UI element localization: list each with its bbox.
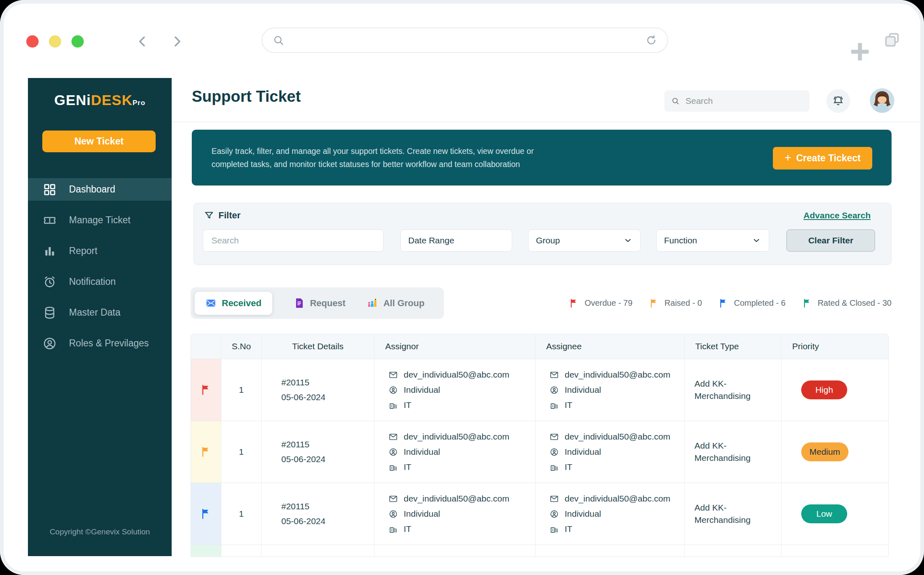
chevron-down-icon: [623, 236, 633, 245]
tab-received[interactable]: Received: [195, 292, 272, 315]
person-text: Individual: [565, 385, 601, 395]
traffic-light-minimize[interactable]: [49, 35, 61, 48]
email-text: dev_individual50@abc.com: [565, 494, 670, 504]
priority-cell: Medium: [781, 421, 889, 483]
ticket-date: 05-06-2024: [281, 392, 374, 402]
ticket-id: #20115: [281, 502, 374, 511]
email-text: dev_individual50@abc.com: [404, 432, 509, 442]
flag-icon: [200, 446, 212, 458]
header-search-input[interactable]: [685, 96, 803, 106]
contact-line: dev_individual50@abc.com: [549, 494, 684, 504]
sidebar-item-roles-previlages[interactable]: Roles & Previlages: [28, 332, 172, 355]
header-search[interactable]: [664, 90, 809, 112]
back-icon[interactable]: [135, 34, 150, 49]
flag-icon: [200, 508, 212, 520]
group-dropdown[interactable]: Group: [528, 229, 641, 252]
email-icon: [549, 370, 559, 380]
table-row[interactable]: 1 #20115 05-06-2024 dev_individual50@abc…: [191, 359, 888, 421]
status-flag-item: Completed - 6: [718, 298, 786, 309]
ticket-type: Add KK-Merchandising: [694, 502, 758, 527]
priority-badge: Medium: [801, 442, 848, 461]
priority-cell: [781, 545, 889, 557]
person-icon: [549, 447, 559, 457]
person-icon: [549, 509, 559, 519]
sidebar-item-label: Roles & Previlages: [69, 338, 149, 349]
advance-search-link[interactable]: Advance Search: [804, 211, 871, 220]
flag-icon: [718, 298, 729, 309]
email-icon: [388, 494, 398, 504]
contact-line: dev_individual50@abc.com: [388, 370, 535, 380]
contact-line: Individual: [549, 385, 684, 395]
status-flag-label: Completed - 6: [734, 298, 786, 308]
tab-request[interactable]: Request: [294, 298, 346, 309]
building-icon: [388, 525, 398, 534]
create-ticket-button[interactable]: + Create Tickect: [773, 147, 872, 170]
logo-i: i: [87, 92, 91, 108]
intro-banner: Easily track, filter, and manage all you…: [192, 130, 892, 186]
sidebar-item-master-data[interactable]: Master Data: [28, 301, 172, 324]
person-text: Individual: [404, 385, 440, 395]
table-body: 1 #20115 05-06-2024 dev_individual50@abc…: [191, 359, 888, 557]
sidebar-item-report[interactable]: Report: [28, 240, 172, 262]
priority-cell: Low: [781, 483, 889, 545]
tab-overview-icon[interactable]: [883, 31, 901, 49]
email-icon: [549, 432, 559, 442]
sidebar-item-notification[interactable]: Notification: [28, 270, 172, 293]
col-ticket-details: Ticket Details: [262, 334, 375, 359]
function-dropdown[interactable]: Function: [656, 229, 769, 252]
filter-search-input[interactable]: [211, 235, 376, 246]
col-sno: S.No: [221, 334, 262, 359]
tab-all-group[interactable]: All Group: [367, 298, 424, 309]
dept-text: IT: [404, 400, 411, 410]
col-assignee: Assignee: [536, 334, 685, 359]
contact-line: Individual: [549, 447, 684, 457]
priority-cell: High: [781, 359, 889, 421]
sidebar-item-manage-ticket[interactable]: Manage Ticket: [28, 209, 172, 231]
person-text: Individual: [565, 447, 601, 457]
person-icon: [388, 447, 398, 457]
clear-filter-button[interactable]: Clear Filter: [786, 229, 875, 252]
filter-search-field[interactable]: [203, 229, 384, 252]
sidebar-item-label: Report: [69, 245, 97, 257]
person-icon: [388, 509, 398, 519]
table-row[interactable]: 1 #20115 05-06-2024 dev_individual50@abc…: [191, 483, 888, 545]
assignor-cell: dev_individual50@abc.comIndividualIT: [375, 359, 536, 421]
traffic-light-close[interactable]: [26, 35, 39, 48]
email-icon: [388, 432, 398, 442]
search-icon: [671, 96, 680, 106]
table-row[interactable]: [191, 545, 888, 557]
assignee-cell: [536, 545, 685, 557]
assignee-cell: dev_individual50@abc.comIndividualIT: [536, 421, 685, 483]
contact-line: Individual: [388, 509, 535, 519]
new-ticket-button[interactable]: New Ticket: [42, 131, 156, 152]
date-range-field[interactable]: Date Range: [400, 229, 512, 252]
contact-line: IT: [549, 462, 684, 472]
forward-icon[interactable]: [169, 34, 185, 49]
notification-bell-button[interactable]: [826, 89, 850, 113]
flag-icon: [200, 384, 212, 396]
tab-label: Request: [310, 298, 346, 309]
contact-line: IT: [549, 524, 684, 534]
tab-label: All Group: [383, 298, 424, 309]
contact-line: dev_individual50@abc.com: [549, 432, 684, 442]
contact-line: Individual: [388, 447, 535, 457]
row-sno: 1: [239, 509, 244, 519]
browser-window: GENiDESKPro New Ticket Dashboard Manage …: [0, 0, 924, 575]
refresh-icon[interactable]: [645, 34, 657, 46]
sidebar-item-dashboard[interactable]: Dashboard: [28, 178, 172, 201]
assignee-cell: dev_individual50@abc.comIndividualIT: [536, 359, 685, 421]
traffic-light-maximize[interactable]: [71, 35, 84, 48]
col-ticket-type: Ticket Type: [685, 334, 781, 359]
sidebar: GENiDESKPro New Ticket Dashboard Manage …: [28, 78, 172, 556]
dept-text: IT: [404, 462, 411, 472]
table-row[interactable]: 1 #20115 05-06-2024 dev_individual50@abc…: [191, 421, 888, 483]
funnel-icon: [204, 210, 214, 221]
url-bar[interactable]: [262, 27, 668, 53]
dept-text: IT: [565, 524, 572, 534]
contact-line: dev_individual50@abc.com: [549, 370, 684, 380]
user-avatar[interactable]: [870, 88, 894, 113]
new-tab-icon[interactable]: [847, 39, 873, 65]
filter-title: Filter: [218, 210, 241, 221]
document-purple-icon: [294, 298, 305, 309]
copyright-text: Copyright ©Genevix Solution: [28, 527, 172, 536]
